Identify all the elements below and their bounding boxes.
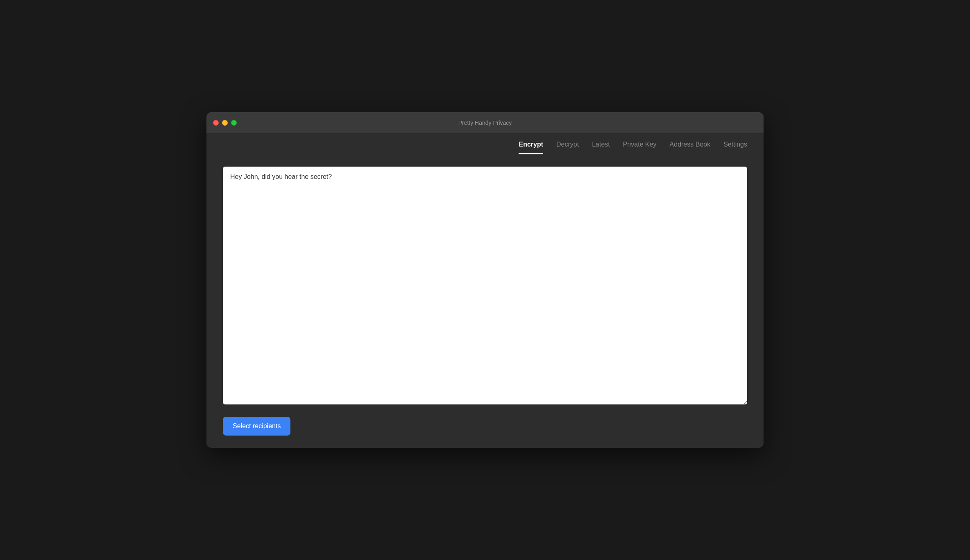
navigation-bar: Encrypt Decrypt Latest Private Key Addre… bbox=[206, 133, 764, 154]
nav-item-settings[interactable]: Settings bbox=[723, 141, 747, 154]
bottom-bar: Select recipients bbox=[206, 417, 764, 448]
title-bar: Pretty Handy Privacy bbox=[206, 112, 764, 133]
window-title: Pretty Handy Privacy bbox=[458, 120, 512, 126]
main-content: Hey John, did you hear the secret? bbox=[206, 154, 764, 417]
message-textarea[interactable]: Hey John, did you hear the secret? bbox=[223, 167, 747, 404]
nav-item-decrypt[interactable]: Decrypt bbox=[556, 141, 579, 154]
close-button[interactable] bbox=[213, 120, 219, 126]
traffic-lights bbox=[213, 120, 237, 126]
app-window: Pretty Handy Privacy Encrypt Decrypt Lat… bbox=[206, 112, 764, 448]
minimize-button[interactable] bbox=[222, 120, 228, 126]
nav-item-private-key[interactable]: Private Key bbox=[623, 141, 657, 154]
nav-item-latest[interactable]: Latest bbox=[592, 141, 610, 154]
maximize-button[interactable] bbox=[231, 120, 237, 126]
nav-item-encrypt[interactable]: Encrypt bbox=[519, 141, 543, 154]
select-recipients-button[interactable]: Select recipients bbox=[223, 417, 290, 436]
nav-item-address-book[interactable]: Address Book bbox=[670, 141, 711, 154]
